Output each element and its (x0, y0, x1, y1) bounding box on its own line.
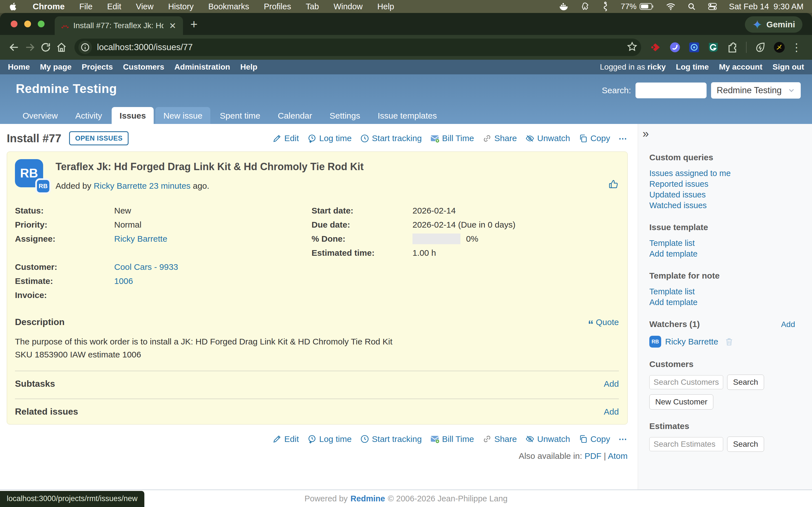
copy-button[interactable]: Copy (578, 133, 610, 143)
control-center-icon[interactable] (708, 3, 717, 10)
paw-icon[interactable] (581, 2, 590, 11)
watcher-link[interactable]: Ricky Barrette (665, 337, 718, 346)
more-actions-button[interactable]: ⋯ (619, 133, 627, 144)
extension-purple-icon[interactable] (668, 40, 682, 55)
add-subtask-button[interactable]: Add (604, 379, 619, 389)
share-button-bottom[interactable]: Share (483, 434, 517, 444)
topmenu-administration[interactable]: Administration (174, 62, 231, 71)
minimize-window-button[interactable] (24, 20, 31, 27)
snake-icon[interactable] (602, 2, 609, 11)
pdf-link[interactable]: PDF (585, 451, 601, 460)
log-time-button[interactable]: Log time (307, 133, 352, 143)
battery-saver-icon[interactable] (753, 40, 767, 55)
query-issues-assigned-to-me[interactable]: Issues assigned to me (649, 168, 795, 179)
site-info-icon[interactable] (79, 41, 92, 54)
menubar-item-help[interactable]: Help (377, 2, 394, 11)
topmenu-log-time[interactable]: Log time (676, 62, 709, 71)
quote-button[interactable]: “ Quote (588, 318, 619, 327)
share-button[interactable]: Share (483, 133, 517, 143)
note-template-list-link[interactable]: Template list (649, 286, 795, 297)
topmenu-my-page[interactable]: My page (40, 62, 71, 71)
issue-author-avatar[interactable]: RB RB (15, 159, 43, 187)
tab-issue-templates[interactable]: Issue templates (370, 107, 445, 124)
menubar-item-file[interactable]: File (79, 2, 93, 11)
added-time-link[interactable]: 23 minutes (149, 181, 191, 190)
extensions-puzzle-icon[interactable] (725, 40, 740, 55)
menubar-app-name[interactable]: Chrome (33, 2, 64, 11)
wifi-icon[interactable] (666, 3, 675, 10)
menubar-item-window[interactable]: Window (334, 2, 363, 11)
new-tab-button[interactable]: + (190, 16, 198, 32)
url-text[interactable]: localhost:3000/issues/77 (97, 42, 626, 52)
battery-indicator[interactable]: 77% (621, 2, 654, 11)
forward-button[interactable] (22, 40, 38, 55)
url-bar[interactable]: localhost:3000/issues/77 (74, 39, 641, 56)
assignee-link[interactable]: Ricky Barrette (114, 234, 167, 243)
unwatch-button[interactable]: Unwatch (525, 133, 570, 143)
home-button[interactable] (54, 40, 69, 55)
project-jump-select[interactable]: Redmine Testing (711, 82, 801, 99)
issue-template-list-link[interactable]: Template list (649, 238, 795, 248)
edit-button[interactable]: Edit (272, 133, 299, 143)
bill-time-button-bottom[interactable]: Bill Time (430, 434, 474, 444)
topmenu-sign-out[interactable]: Sign out (772, 62, 804, 71)
issue-template-add-link[interactable]: Add template (649, 248, 795, 259)
tab-activity[interactable]: Activity (67, 107, 110, 124)
estimate-link[interactable]: 1006 (114, 276, 133, 286)
topmenu-home[interactable]: Home (8, 62, 30, 71)
redmine-link[interactable]: Redmine (350, 494, 385, 503)
menubar-item-view[interactable]: View (136, 2, 153, 11)
menubar-item-tab[interactable]: Tab (306, 2, 319, 11)
profile-avatar[interactable] (772, 40, 786, 55)
add-watcher-button[interactable]: Add (781, 320, 795, 329)
search-customers-input[interactable] (649, 375, 723, 389)
start-tracking-button-bottom[interactable]: Start tracking (360, 434, 422, 444)
spotlight-search-icon[interactable] (688, 2, 696, 11)
start-tracking-button[interactable]: Start tracking (360, 133, 422, 143)
open-issues-badge[interactable]: OPEN ISSUES (69, 131, 128, 145)
tab-issues[interactable]: Issues (112, 107, 154, 124)
copy-button-bottom[interactable]: Copy (578, 434, 610, 444)
tab-new-issue[interactable]: New issue (155, 107, 210, 124)
new-customer-button[interactable]: New Customer (649, 394, 713, 409)
search-estimates-input[interactable] (649, 437, 723, 451)
grammarly-icon[interactable] (706, 40, 721, 55)
menubar-item-edit[interactable]: Edit (107, 2, 121, 11)
log-time-button-bottom[interactable]: Log time (307, 434, 352, 444)
search-estimates-button[interactable]: Search (727, 437, 764, 452)
tab-close-icon[interactable]: ✕ (167, 21, 178, 31)
atom-link[interactable]: Atom (608, 451, 627, 460)
extension-redgate-icon[interactable] (649, 40, 663, 55)
sidebar-collapse-button[interactable]: » (643, 128, 812, 139)
quick-search-input[interactable] (636, 82, 707, 98)
zoom-window-button[interactable] (38, 20, 45, 27)
gemini-button[interactable]: Gemini (745, 16, 802, 33)
back-button[interactable] (6, 40, 22, 55)
add-related-issue-button[interactable]: Add (604, 407, 619, 416)
extension-lock-icon[interactable] (687, 40, 702, 55)
menubar-item-profiles[interactable]: Profiles (264, 2, 291, 11)
topmenu-projects[interactable]: Projects (82, 62, 113, 71)
topmenu-my-account[interactable]: My account (719, 62, 762, 71)
tab-settings[interactable]: Settings (322, 107, 368, 124)
search-customers-button[interactable]: Search (727, 375, 764, 390)
author-link[interactable]: Ricky Barrette (94, 181, 147, 190)
note-template-add-link[interactable]: Add template (649, 297, 795, 307)
tab-overview[interactable]: Overview (15, 107, 66, 124)
delete-watcher-icon[interactable] (724, 337, 734, 346)
browser-tab[interactable]: Install #77: Teraflex Jk: Hd Fo ✕ (55, 16, 183, 35)
query-reported-issues[interactable]: Reported issues (649, 179, 795, 189)
tab-spent-time[interactable]: Spent time (212, 107, 268, 124)
logged-in-user[interactable]: ricky (647, 62, 666, 71)
more-actions-button-bottom[interactable]: ⋯ (619, 434, 627, 444)
apple-menu-icon[interactable] (8, 2, 18, 11)
edit-button-bottom[interactable]: Edit (272, 434, 299, 444)
topmenu-help[interactable]: Help (240, 62, 257, 71)
menubar-item-history[interactable]: History (168, 2, 193, 11)
menubar-clock[interactable]: Sat Feb 14 9:30 AM (729, 2, 804, 11)
docker-icon[interactable] (559, 2, 569, 11)
unwatch-button-bottom[interactable]: Unwatch (525, 434, 570, 444)
menubar-item-bookmarks[interactable]: Bookmarks (208, 2, 249, 11)
query-updated-issues[interactable]: Updated issues (649, 189, 795, 200)
thumbs-up-button[interactable] (608, 179, 619, 191)
